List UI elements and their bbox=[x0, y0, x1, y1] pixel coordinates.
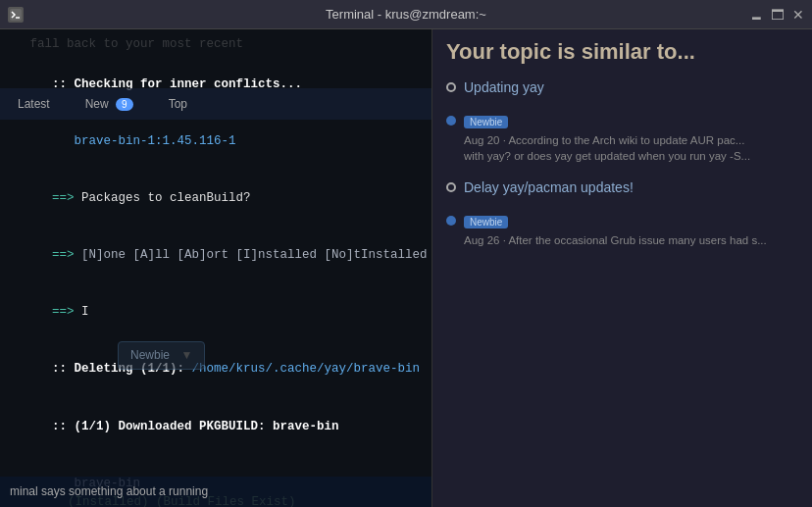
titlebar-controls: 🗕 🗖 ✕ bbox=[749, 8, 804, 22]
sidebar-title: Your topic is similar to... bbox=[446, 39, 798, 65]
tab-latest[interactable]: Latest bbox=[0, 91, 68, 118]
line-downloaded: :: (1/1) Downloaded PKGBUILD: brave-bin bbox=[8, 398, 424, 455]
terminal-panel[interactable]: fall back to your most recent :: Checkin… bbox=[0, 29, 431, 507]
sidebar-item-2[interactable]: Newbie Aug 20 · According to the Arch wi… bbox=[446, 112, 798, 165]
bottom-bar: minal says something about a running bbox=[0, 477, 431, 507]
maximize-button[interactable]: 🗖 bbox=[771, 8, 785, 22]
titlebar: Terminal - krus@zmdream:~ 🗕 🗖 ✕ bbox=[0, 0, 812, 29]
sidebar-item-1[interactable]: Updating yay bbox=[446, 78, 798, 98]
titlebar-left bbox=[8, 7, 24, 23]
newbie-badge-2: Newbie bbox=[464, 216, 508, 228]
newbie-dropdown: Newbie ▼ bbox=[118, 341, 205, 370]
tab-new[interactable]: New 9 bbox=[68, 91, 151, 118]
dot-filled-1 bbox=[446, 116, 456, 126]
sidebar-panel: Your topic is similar to... Updating yay… bbox=[431, 29, 812, 507]
terminal-icon bbox=[8, 7, 24, 23]
line-packages: ==> Packages to cleanBuild? bbox=[8, 171, 424, 228]
dot-outline-2 bbox=[446, 182, 456, 192]
newbie-badge-1: Newbie bbox=[464, 116, 508, 128]
sidebar-item-3[interactable]: Delay yay/pacman updates! bbox=[446, 178, 798, 198]
close-button[interactable]: ✕ bbox=[792, 8, 804, 22]
line-deleting: :: Deleting (1/1): /home/krus/.cache/yay… bbox=[8, 341, 424, 398]
sidebar-item-meta-4: Aug 26 · After the occasional Grub issue… bbox=[464, 232, 767, 249]
minimize-button[interactable]: 🗕 bbox=[749, 8, 763, 22]
line-input1: ==> I bbox=[8, 284, 424, 341]
new-badge: 9 bbox=[116, 98, 133, 111]
main-container: fall back to your most recent :: Checkin… bbox=[0, 29, 812, 507]
sidebar-item-meta-2: Aug 20 · According to the Arch wiki to u… bbox=[464, 132, 750, 165]
dot-outline-1 bbox=[446, 82, 456, 92]
tab-top[interactable]: Top bbox=[151, 91, 205, 118]
overlay-tabs: Latest New 9 Top bbox=[0, 88, 431, 120]
sidebar-item-title-3: Delay yay/pacman updates! bbox=[464, 178, 634, 198]
dot-filled-2 bbox=[446, 216, 456, 226]
line-opts1: ==> [N]one [A]ll [Ab]ort [I]nstalled [No… bbox=[8, 228, 424, 284]
line-pkg: brave-bin-1:1.45.116-1 bbox=[8, 114, 424, 171]
titlebar-title: Terminal - krus@zmdream:~ bbox=[326, 7, 486, 22]
sidebar-item-4[interactable]: Newbie Aug 26 · After the occasional Gru… bbox=[446, 212, 798, 249]
sidebar-item-title-1: Updating yay bbox=[464, 78, 544, 98]
